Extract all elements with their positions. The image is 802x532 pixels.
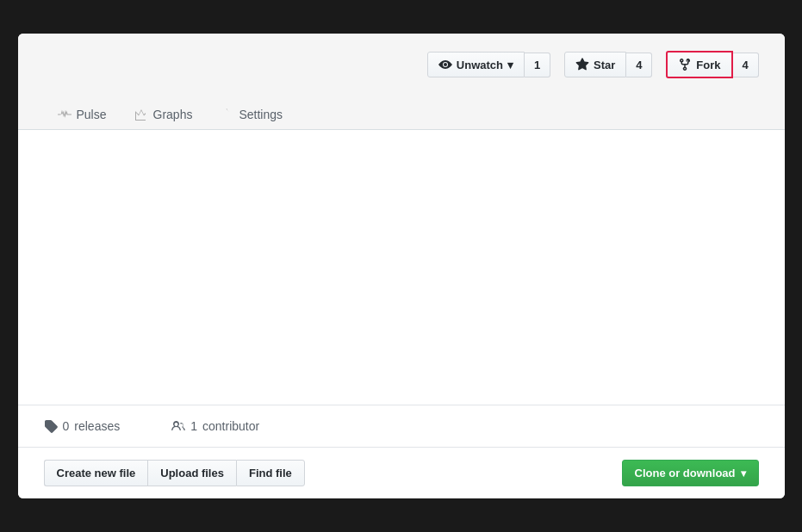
dropdown-arrow: ▾ (507, 59, 513, 71)
releases-label: releases (74, 419, 120, 433)
eye-icon (438, 58, 452, 71)
content-area (18, 130, 785, 405)
clone-dropdown-icon: ▾ (741, 467, 746, 479)
tag-icon (44, 419, 58, 433)
fork-icon (678, 58, 692, 71)
unwatch-group: Unwatch ▾ 1 (427, 52, 550, 77)
stats-row: 0 releases 1 contributor (18, 405, 785, 448)
tab-pulse-label: Pulse (77, 108, 107, 121)
upload-files-button[interactable]: Upload files (147, 460, 236, 486)
fork-count[interactable]: 4 (733, 53, 759, 77)
tab-graphs-label: Graphs (153, 108, 193, 121)
releases-count: 0 (63, 419, 70, 433)
fork-group: Fork 4 (666, 51, 758, 78)
star-button[interactable]: Star (564, 52, 626, 77)
find-file-button[interactable]: Find file (236, 460, 305, 486)
unwatch-label: Unwatch (457, 59, 503, 71)
tab-graphs[interactable]: Graphs (121, 101, 207, 130)
fork-label: Fork (696, 59, 720, 71)
pulse-icon (58, 108, 71, 121)
contributors-stat[interactable]: 1 contributor (171, 419, 259, 433)
settings-icon (220, 108, 233, 121)
graphs-icon (134, 108, 148, 121)
fork-button[interactable]: Fork (666, 51, 732, 78)
tab-settings-label: Settings (239, 108, 283, 121)
star-icon (575, 58, 589, 71)
releases-stat[interactable]: 0 releases (44, 419, 121, 433)
star-label: Star (594, 59, 615, 71)
unwatch-button[interactable]: Unwatch ▾ (427, 52, 525, 77)
star-group: Star 4 (564, 52, 652, 77)
unwatch-count[interactable]: 1 (525, 53, 550, 77)
contributors-label: contributor (202, 419, 259, 433)
main-container: Unwatch ▾ 1 Star 4 Fork 4 (18, 34, 785, 498)
tab-settings[interactable]: Settings (206, 101, 296, 130)
create-new-file-button[interactable]: Create new file (44, 460, 148, 486)
star-count[interactable]: 4 (626, 53, 652, 77)
nav-tabs: Pulse Graphs Settings (18, 87, 785, 130)
clone-download-label: Clone or download (635, 467, 736, 479)
people-icon (171, 419, 185, 433)
tab-pulse[interactable]: Pulse (44, 101, 121, 130)
clone-or-download-button[interactable]: Clone or download ▾ (622, 460, 759, 486)
contributors-count: 1 (190, 419, 197, 433)
actions-bar: Create new file Upload files Find file C… (18, 448, 785, 498)
top-bar: Unwatch ▾ 1 Star 4 Fork 4 (18, 34, 785, 78)
